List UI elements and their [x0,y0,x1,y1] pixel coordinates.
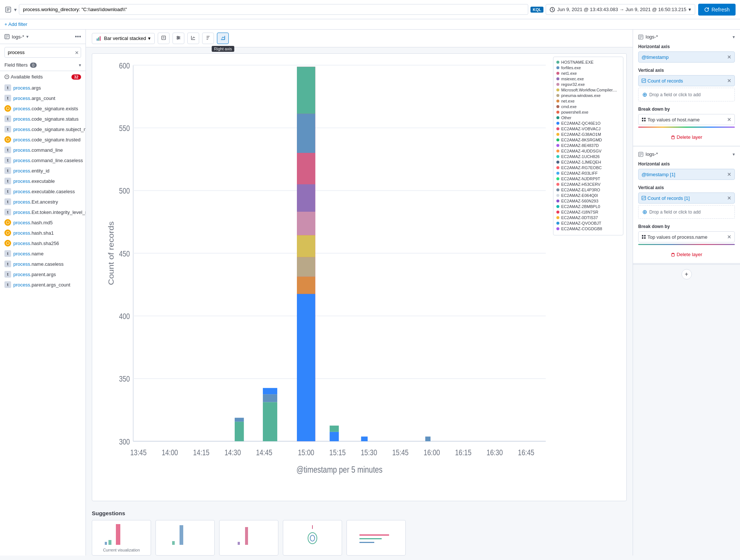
top-bar: ▾ KQL Jun 9, 2021 @ 13:43:43.083 → Jun 9… [0,0,740,19]
sidebar-chevron[interactable]: ▾ [26,34,29,39]
field-item[interactable]: tprocess.parent.args_count [0,279,86,290]
field-name-label: process.Ext.ancestry [13,199,58,205]
suggestion-2[interactable] [155,520,215,556]
field-item[interactable]: process.hash.sha1 [0,228,86,238]
add-filter-label: + Add filter [4,21,27,27]
suggestion-3[interactable] [219,520,278,556]
layer2-breakdown-remove[interactable]: ✕ [727,234,731,240]
layer2-breakdown-chip[interactable]: Top values of process.name ✕ [638,231,735,242]
layer1-breakdown-chip[interactable]: Top values of host.name ✕ [638,114,735,125]
legend-label: EC2AMAZ-0DTIS37 [561,215,598,220]
layer2-h-axis-chip[interactable]: @timestamp [1] ✕ [638,169,735,180]
query-input[interactable] [19,4,528,15]
field-item[interactable]: process.code_signature.trusted [0,134,86,145]
suggestion-mini-3 [222,523,275,546]
clear-search-icon[interactable]: ✕ [75,50,79,55]
layer1-drop-field[interactable]: ⊕ Drop a field or click to add [638,88,735,101]
annotations-btn[interactable] [158,33,170,44]
layer1-v-axis-remove[interactable]: ✕ [727,78,731,84]
layer1-actions: Delete layer [638,133,735,141]
refresh-label: Refresh [711,7,730,13]
svg-rect-86 [105,542,107,545]
svg-rect-18 [100,36,101,41]
layer2-v-axis-chip[interactable]: Count of records [1] ✕ [638,192,735,204]
field-type-badge: t [4,157,11,164]
svg-text:14:15: 14:15 [193,448,210,457]
field-item[interactable]: tprocess.Ext.ancestry [0,197,86,207]
order-btn[interactable] [202,33,214,44]
field-item[interactable]: tprocess.args [0,83,86,93]
layer1-h-axis-chip[interactable]: @timestamp ✕ [638,51,735,63]
legend-dot [556,133,559,136]
legend-label: cmd.exe [561,104,577,109]
suggestion-4[interactable] [283,520,342,556]
filter-bar: + Add filter [0,19,740,30]
axes-btn[interactable] [187,33,199,44]
svg-text:300: 300 [119,437,130,446]
field-type-badge: t [4,188,11,195]
suggestion-5[interactable] [346,520,406,556]
legend-label: Other [561,115,572,120]
layer2-delete-btn[interactable]: Delete layer [668,250,705,259]
field-item[interactable]: tprocess.command_line.caseless [0,155,86,165]
svg-rect-112 [642,235,643,237]
layer1-v-axis-chip[interactable]: Count of records ✕ [638,75,735,86]
layer2-drop-field[interactable]: ⊕ Drop a field or click to add [638,205,735,219]
field-item[interactable]: process.hash.sha256 [0,238,86,248]
layer2-drop-label: Drop a field or click to add [649,209,701,215]
layer1-breakdown-value: Top values of host.name [642,117,700,123]
field-type-badge [4,105,11,112]
options-btn[interactable] [173,33,184,44]
legend-item: net.exe [556,99,620,103]
svg-point-12 [6,138,9,141]
layer2-chevron[interactable]: ▾ [733,152,735,157]
kql-badge[interactable]: KQL [530,7,543,13]
field-item[interactable]: process.hash.md5 [0,217,86,228]
layer2-delete-label: Delete layer [677,252,702,257]
layer1-v-axis-value: Count of records [642,78,683,84]
svg-point-27 [177,38,178,40]
field-item[interactable]: tprocess.Ext.token.integrity_level_name [0,207,86,217]
chart-type-button[interactable]: Bar vertical stacked ▾ [92,33,155,44]
field-item[interactable]: tprocess.code_signature.status [0,114,86,124]
field-item[interactable]: tprocess.code_signature.subject_name [0,124,86,134]
index-chevron[interactable]: ▾ [14,7,17,13]
field-item[interactable]: tprocess.executable.caseless [0,186,86,197]
legend-label: EC2AMAZ-VOBVACJ [561,127,600,131]
field-item[interactable]: tprocess.name.caseless [0,259,86,269]
svg-point-26 [178,37,180,38]
svg-rect-95 [359,538,382,539]
layer2-h-axis-remove[interactable]: ✕ [727,171,731,177]
sidebar-more-btn[interactable]: ••• [75,33,81,40]
svg-text:15:30: 15:30 [361,448,377,457]
field-item[interactable]: tprocess.entity_id [0,165,86,176]
field-item[interactable]: tprocess.executable [0,176,86,186]
add-layer-button[interactable]: + [682,269,692,279]
layer1-delete-btn[interactable]: Delete layer [668,133,705,141]
time-range-picker[interactable]: Jun 9, 2021 @ 13:43:43.083 → Jun 9, 2021… [546,4,695,15]
refresh-button[interactable]: Refresh [698,4,736,16]
field-item[interactable]: tprocess.args_count [0,93,86,103]
legend-dot [556,111,559,114]
field-filters-chevron[interactable]: ▾ [79,63,81,68]
right-axis-btn[interactable]: Right axis [217,33,229,44]
legend-item: EC2AMAZ-0DTIS37 [556,215,620,220]
layer2-v-axis-remove[interactable]: ✕ [727,195,731,201]
field-item[interactable]: tprocess.command_line [0,145,86,155]
layer2-h-axis-label: Horizontal axis [638,161,735,167]
layer1-breakdown: Break down by Top values of host.name ✕ [638,107,735,128]
svg-text:450: 450 [119,249,130,258]
layer1-h-axis-remove[interactable]: ✕ [727,54,731,60]
add-filter-button[interactable]: + Add filter [4,21,27,27]
layer1-chevron[interactable]: ▾ [733,34,735,40]
field-item[interactable]: tprocess.parent.args [0,269,86,279]
suggestion-mini-2 [159,523,211,546]
layer2-breakdown-bar [638,244,735,245]
layer1-breakdown-remove[interactable]: ✕ [727,117,731,123]
suggestion-current[interactable]: Current visualization [92,520,151,556]
search-input[interactable] [4,47,81,58]
legend-item: EC2AMAZ-EL4P3RO [556,188,620,192]
field-item[interactable]: tprocess.name [0,248,86,259]
svg-text:16:45: 16:45 [518,448,534,457]
field-item[interactable]: process.code_signature.exists [0,103,86,114]
